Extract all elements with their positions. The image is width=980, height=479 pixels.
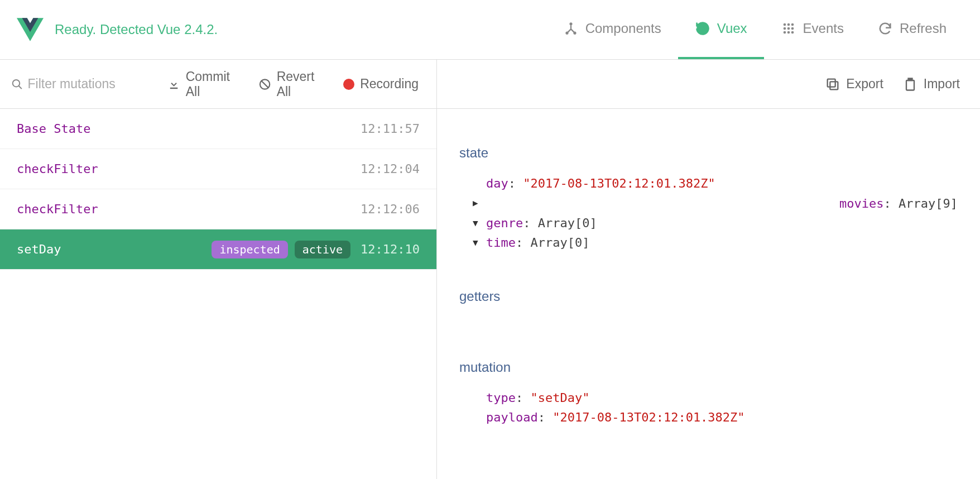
import-button[interactable]: Import [896,76,967,92]
mutation-badges: inspected active [212,241,350,258]
recording-label: Recording [360,76,419,92]
vue-logo [17,16,44,43]
mutation-row[interactable]: checkFilter 12:12:04 [0,149,436,189]
mutation-row-right: inspected active 12:12:10 [212,241,420,258]
state-movies[interactable]: movies: Array[9] [473,194,958,213]
kv-value: Array[9] [899,194,958,213]
state-block: day: "2017-08-13T02:12:01.382Z" movies: … [459,174,958,252]
tab-label: Events [803,21,844,36]
svg-point-9 [783,31,786,34]
state-time[interactable]: time: Array[0] [473,233,958,252]
tab-label: Refresh [900,21,947,36]
import-label: Import [924,76,960,92]
kv-key: genre [486,213,523,233]
record-icon [343,79,354,90]
tab-components[interactable]: Components [546,0,678,59]
svg-rect-16 [828,79,835,87]
revert-icon [258,77,271,92]
main: Commit All Revert All Recording Base Sta… [0,60,980,479]
inspector: state day: "2017-08-13T02:12:01.382Z" mo… [437,109,980,449]
commit-all-label: Commit All [186,69,241,99]
filter-input[interactable] [28,76,156,92]
svg-rect-15 [830,82,838,89]
mutation-row[interactable]: Base State 12:11:57 [0,109,436,149]
mutation-name: checkFilter [17,202,98,216]
import-icon [902,76,918,92]
tab-label: Components [585,21,661,36]
section-getters: getters [459,286,958,307]
left-toolbar: Commit All Revert All Recording [0,60,436,109]
mutation-list: Base State 12:11:57 checkFilter 12:12:04… [0,109,436,479]
svg-point-0 [569,22,572,25]
kv-key: movies [839,194,883,213]
mutation-name: setDay [17,242,61,256]
revert-all-label: Revert All [277,69,326,99]
tab-label: Vuex [717,21,747,36]
kv-key: time [486,233,516,252]
section-state: state [459,142,958,164]
svg-point-10 [787,31,790,34]
collapse-arrow-icon[interactable] [473,236,483,250]
kv-value: "2017-08-13T02:12:01.382Z" [523,174,715,193]
mutation-name: Base State [17,122,90,136]
state-day[interactable]: day: "2017-08-13T02:12:01.382Z" [473,174,958,193]
components-icon [563,21,579,36]
mutation-time: 12:12:10 [361,242,420,256]
tab-vuex[interactable]: Vuex [678,0,764,59]
history-icon [695,21,710,36]
right-pane: Export Import state day: "2017-08-13T02:… [437,60,980,479]
commit-all-button[interactable]: Commit All [161,69,247,99]
svg-point-8 [791,27,794,30]
tab-refresh[interactable]: Refresh [861,0,963,59]
svg-rect-13 [170,87,177,88]
kv-value: "setDay" [530,388,589,408]
mutation-row[interactable]: setDay inspected active 12:12:10 [0,229,436,270]
search-icon [11,78,23,91]
mutation-block: type: "setDay" payload: "2017-08-13T02:1… [459,388,958,427]
header: Ready. Detected Vue 2.4.2. Components Vu… [0,0,980,60]
export-label: Export [846,76,883,92]
revert-all-button[interactable]: Revert All [252,69,333,99]
tab-events[interactable]: Events [764,0,861,59]
export-icon [825,76,840,92]
recording-toggle[interactable]: Recording [337,76,425,92]
badge-active: active [295,241,350,258]
refresh-icon [877,21,893,36]
svg-point-4 [787,23,790,26]
collapse-arrow-icon[interactable] [473,216,483,231]
kv-value: "2017-08-13T02:12:01.382Z" [553,408,744,427]
svg-point-6 [783,27,786,30]
kv-key: payload [486,408,538,427]
state-genre[interactable]: genre: Array[0] [473,213,958,233]
mutation-time: 12:11:57 [361,122,420,136]
expand-arrow-icon[interactable] [473,196,836,210]
kv-value: Array[0] [538,213,597,233]
left-pane: Commit All Revert All Recording Base Sta… [0,60,437,479]
events-icon [781,21,796,36]
export-button[interactable]: Export [818,76,890,92]
svg-point-12 [13,79,20,87]
svg-rect-17 [906,80,914,90]
mutation-payload[interactable]: payload: "2017-08-13T02:12:01.382Z" [473,408,958,427]
mutation-name: checkFilter [17,162,98,176]
badge-inspected: inspected [212,241,287,258]
status-text: Ready. Detected Vue 2.4.2. [55,22,546,37]
svg-point-5 [791,23,794,26]
download-icon [167,77,180,92]
section-mutation: mutation [459,357,958,378]
svg-point-3 [783,23,786,26]
mutation-row[interactable]: checkFilter 12:12:06 [0,189,436,229]
kv-value: Array[0] [530,233,589,252]
svg-point-11 [791,31,794,34]
mutation-time: 12:12:06 [361,202,420,216]
kv-key: type [486,388,516,408]
right-toolbar: Export Import [437,60,980,109]
mutation-type[interactable]: type: "setDay" [473,388,958,408]
kv-key: day [486,174,508,193]
svg-point-7 [787,27,790,30]
tabs: Components Vuex Events Refresh [546,0,963,59]
mutation-time: 12:12:04 [361,162,420,176]
